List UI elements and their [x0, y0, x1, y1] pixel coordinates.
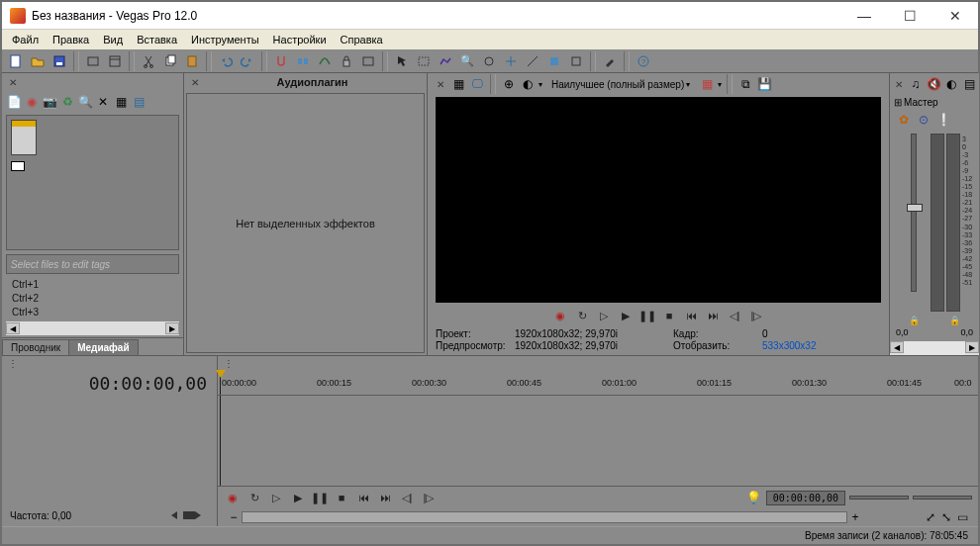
track-headers[interactable] [2, 396, 217, 504]
zoom-height-button[interactable]: ⤢ [923, 509, 938, 525]
close-button[interactable]: ✕ [932, 2, 978, 29]
selection-tool-button[interactable] [414, 51, 434, 71]
tl-go-start-button[interactable]: ⏮ [354, 490, 372, 505]
media-thumb-1[interactable] [11, 120, 37, 155]
properties-button[interactable] [105, 51, 125, 71]
menu-view[interactable]: Вид [97, 32, 129, 47]
zoom-out-button[interactable]: − [226, 509, 242, 525]
remove-button[interactable]: ✕ [95, 94, 111, 110]
tl-prev-frame-button[interactable]: ◁| [398, 490, 416, 505]
scroll-left-icon[interactable]: ◀ [890, 341, 904, 353]
tl-record-button[interactable]: ◉ [224, 490, 242, 505]
panel-close-icon[interactable]: ✕ [892, 77, 906, 91]
search-media-button[interactable]: 🔍 [77, 94, 93, 110]
media-hscroll[interactable]: ◀ ▶ [6, 321, 179, 335]
downmix-button[interactable]: ♫ [908, 76, 924, 92]
menu-edit[interactable]: Правка [47, 32, 95, 47]
cut-button[interactable] [139, 51, 158, 71]
import-media-button[interactable]: 📄 [6, 94, 22, 110]
render-button[interactable] [83, 51, 103, 71]
undo-button[interactable] [216, 51, 236, 71]
master-hscroll[interactable]: ◀ ▶ [890, 341, 979, 355]
tool-7-button[interactable] [523, 51, 542, 71]
menu-file[interactable]: Файл [6, 32, 45, 47]
project-props-button[interactable]: ▦ [450, 76, 466, 92]
minimize-button[interactable]: — [841, 2, 887, 29]
scroll-left-icon[interactable]: ◀ [6, 322, 20, 334]
extract-audio-button[interactable]: ♻ [59, 94, 75, 110]
save-button[interactable] [49, 51, 69, 71]
tl-loop-button[interactable]: ↻ [245, 490, 263, 505]
scroll-right-icon[interactable]: ▶ [965, 341, 979, 353]
menu-help[interactable]: Справка [335, 32, 389, 47]
panel-close-icon[interactable]: ✕ [6, 75, 20, 89]
envelope-tool-button[interactable] [436, 51, 455, 71]
master-fader[interactable] [897, 134, 931, 312]
next-frame-button[interactable]: |▷ [747, 308, 765, 323]
mute-auto-button[interactable]: ❕ [935, 112, 951, 128]
save-snapshot-button[interactable]: 💾 [756, 76, 772, 92]
mute-button[interactable]: 🔇 [926, 76, 941, 92]
tl-play-button[interactable]: ▶ [289, 490, 307, 505]
scroll-right-icon[interactable]: ▶ [165, 322, 179, 334]
output-fx-button[interactable]: ⊕ [501, 76, 517, 92]
auto-ripple-button[interactable] [293, 51, 313, 71]
ignore-event-grouping-button[interactable] [358, 51, 378, 71]
tool-6-button[interactable] [501, 51, 521, 71]
grid-button[interactable]: ▦ [699, 76, 715, 92]
open-button[interactable] [28, 51, 48, 71]
tab-explorer[interactable]: Проводник [2, 339, 69, 355]
media-thumbnails[interactable] [6, 115, 179, 250]
lock-r-icon[interactable]: 🔒 [949, 316, 960, 325]
tab-media[interactable]: Медиафай [68, 339, 138, 355]
preview-quality-dropdown[interactable]: Наилучшее (полный размер)▾ [545, 79, 696, 90]
snap-button[interactable] [271, 51, 291, 71]
maximize-button[interactable]: ☐ [887, 2, 932, 29]
brush-button[interactable] [600, 51, 620, 71]
capture-video-button[interactable]: ◉ [24, 94, 40, 110]
new-project-button[interactable] [6, 51, 26, 71]
menu-options[interactable]: Настройки [267, 32, 333, 47]
lock-envelopes-button[interactable] [337, 51, 356, 71]
help-button[interactable]: ? [634, 51, 653, 71]
tl-go-end-button[interactable]: ⏭ [376, 490, 394, 505]
go-start-button[interactable]: ⏮ [682, 308, 700, 323]
stop-button[interactable]: ■ [660, 308, 678, 323]
panel-close-icon[interactable]: ⋮ [6, 356, 20, 370]
tool-9-button[interactable] [566, 51, 586, 71]
automation-button[interactable]: ⊙ [916, 112, 931, 128]
master-fx-button[interactable]: ▤ [961, 76, 977, 92]
timeline-hscroll[interactable] [242, 511, 847, 523]
expand-icon[interactable]: ⊞ [894, 97, 902, 108]
scrub-control[interactable] [169, 508, 209, 522]
loop-button[interactable]: ↻ [573, 308, 591, 323]
panel-close-icon[interactable]: ✕ [434, 77, 447, 91]
menu-insert[interactable]: Вставка [131, 32, 183, 47]
timeline-tracks[interactable] [218, 396, 978, 487]
tl-stop-button[interactable]: ■ [333, 490, 350, 505]
external-monitor-button[interactable]: 🖵 [469, 76, 485, 92]
auto-crossfade-button[interactable] [315, 51, 335, 71]
tag-input[interactable]: Select files to edit tags [6, 254, 179, 274]
selection-end-field[interactable] [913, 496, 972, 500]
play-start-button[interactable]: ▷ [595, 308, 613, 323]
zoom-in-button[interactable]: + [847, 509, 863, 525]
zoom-tool-button[interactable]: 🔍 [457, 51, 477, 71]
record-button[interactable]: ◉ [551, 308, 569, 323]
media-fx-button[interactable]: ▤ [131, 94, 147, 110]
paste-button[interactable] [182, 51, 202, 71]
position-field[interactable]: 00:00:00,00 [766, 491, 845, 505]
prev-frame-button[interactable]: ◁| [726, 308, 743, 323]
zoom-height-in-button[interactable]: ⤡ [938, 509, 954, 525]
tool-5-button[interactable] [479, 51, 499, 71]
play-button[interactable]: ▶ [617, 308, 635, 323]
preview-screen[interactable] [436, 97, 881, 303]
copy-button[interactable] [160, 51, 180, 71]
pause-button[interactable]: ❚❚ [638, 308, 656, 323]
marker-icon[interactable]: 💡 [746, 490, 762, 505]
timeline-ruler[interactable]: 00:00:00 00:00:15 00:00:30 00:00:45 00:0… [218, 370, 978, 396]
tl-pause-button[interactable]: ❚❚ [311, 490, 329, 505]
tl-play-start-button[interactable]: ▷ [267, 490, 285, 505]
panel-close-icon[interactable]: ✕ [188, 75, 202, 89]
copy-snapshot-button[interactable]: ⧉ [737, 76, 753, 92]
